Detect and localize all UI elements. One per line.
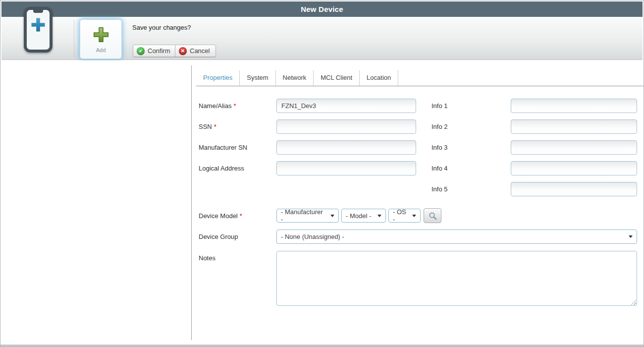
cancel-button[interactable]: ✕ Cancel [175, 45, 216, 57]
form-row: Info 2 [431, 119, 637, 134]
titlebar: New Device [1, 1, 643, 17]
chevron-down-icon [330, 215, 334, 217]
tab-location[interactable]: Location [360, 70, 398, 86]
ssn-input[interactable] [276, 119, 416, 134]
cancel-x-icon: ✕ [179, 47, 187, 55]
info2-label: Info 2 [431, 119, 448, 134]
os-select[interactable]: - OS - [388, 209, 421, 223]
info5-input[interactable] [511, 182, 637, 196]
manufacturer-select[interactable]: - Manufacturer - [276, 209, 339, 223]
device-group-row: Device Group - None (Unassigned) - [199, 230, 644, 244]
form-row: SSN* [199, 119, 417, 134]
form-row: Manufacturer SN [199, 140, 417, 155]
add-plus-icon [92, 25, 110, 44]
tab-network[interactable]: Network [276, 70, 314, 86]
chevron-down-icon [629, 235, 633, 238]
info3-label: Info 3 [431, 140, 448, 155]
form-row: Logical Address [199, 161, 417, 175]
add-button[interactable]: Add [80, 19, 122, 59]
tab-underline [196, 86, 644, 86]
toolbar-separator [74, 20, 74, 57]
confirm-button[interactable]: ✓ Confirm [133, 45, 177, 57]
search-model-button[interactable] [424, 208, 441, 223]
tab-bar: Properties System Network MCL Client Loc… [196, 70, 398, 86]
logical-address-input[interactable] [276, 161, 416, 175]
device-group-label: Device Group [199, 230, 238, 244]
form-row: Name/Alias* [199, 99, 417, 113]
notes-label: Notes [199, 251, 215, 265]
manufacturer-sn-input[interactable] [276, 140, 416, 155]
info3-input[interactable] [511, 140, 637, 155]
name-alias-label: Name/Alias [199, 102, 231, 110]
info2-input[interactable] [511, 119, 637, 134]
add-button-label: Add [96, 47, 106, 53]
tab-mcl-client[interactable]: MCL Client [314, 70, 360, 86]
required-marker: * [233, 102, 236, 110]
logical-address-label: Logical Address [199, 161, 244, 175]
device-model-label: Device Model [199, 212, 238, 220]
form-row: Info 3 [431, 140, 637, 155]
manufacturer-sn-label: Manufacturer SN [199, 140, 247, 155]
tab-properties[interactable]: Properties [196, 70, 240, 86]
plus-icon [29, 16, 47, 34]
confirm-check-icon: ✓ [137, 47, 145, 55]
new-device-window: New Device Add Save your changes? ✓ Conf… [0, 0, 644, 347]
name-alias-input[interactable] [276, 99, 416, 113]
notes-textarea[interactable] [276, 251, 637, 306]
device-model-row: Device Model* - Manufacturer - - Model -… [199, 209, 644, 223]
chevron-down-icon [412, 215, 416, 217]
info4-input[interactable] [511, 161, 637, 175]
required-marker: * [214, 123, 216, 130]
tab-system[interactable]: System [240, 70, 275, 86]
window-title: New Device [301, 5, 343, 13]
cancel-button-label: Cancel [190, 47, 210, 55]
form-row: Info 4 [431, 161, 637, 175]
info1-label: Info 1 [431, 99, 448, 113]
panel-divider [191, 65, 192, 340]
form-row: Info 5 [431, 182, 637, 196]
phone-notch [33, 9, 43, 13]
info5-label: Info 5 [431, 182, 448, 196]
info1-input[interactable] [511, 99, 637, 113]
form-row: Info 1 [431, 99, 637, 113]
save-prompt: Save your changes? [132, 24, 191, 31]
search-icon [428, 211, 437, 221]
confirm-button-label: Confirm [148, 47, 170, 55]
model-select[interactable]: - Model - [341, 209, 386, 223]
ssn-label: SSN [199, 123, 212, 130]
content-area: Properties System Network MCL Client Loc… [1, 60, 643, 344]
new-device-phone-icon [24, 7, 53, 53]
window-bottom-edge [0, 345, 644, 347]
required-marker: * [240, 212, 242, 220]
info4-label: Info 4 [431, 161, 448, 175]
device-group-select[interactable]: - None (Unassigned) - [276, 230, 637, 244]
chevron-down-icon [377, 215, 381, 217]
